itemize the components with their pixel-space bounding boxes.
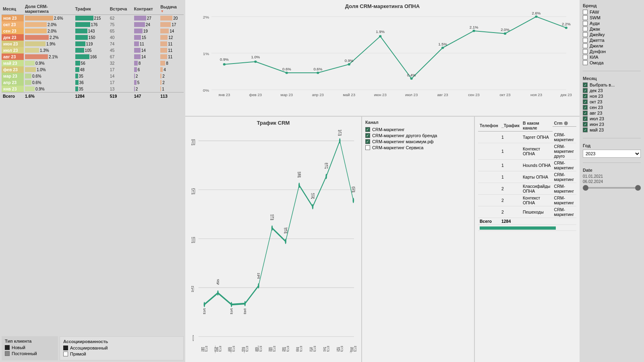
- channel-item[interactable]: ✓CRM-маркетинг: [365, 127, 471, 132]
- brand-item[interactable]: Джейку: [583, 32, 641, 37]
- crm-share-cell: 0.9%: [24, 86, 74, 93]
- brand-item[interactable]: Ауди: [583, 21, 641, 26]
- crm-share-title: Доля CRM-маркетинга ОПНА: [190, 3, 575, 9]
- month-checkbox[interactable]: ✓: [583, 94, 588, 99]
- month-cell: июл 23: [2, 47, 24, 53]
- svg-text:150: 150: [352, 185, 355, 194]
- svg-point-55: [244, 301, 246, 306]
- col-meeting: Встреча: [109, 3, 133, 15]
- brand-item[interactable]: FAW: [583, 10, 641, 14]
- client-new-item[interactable]: Новый: [5, 345, 55, 350]
- traffic-cell: 2: [500, 206, 521, 218]
- brand-item[interactable]: Джили: [583, 43, 641, 48]
- month-item[interactable]: ✓сен 23: [583, 105, 641, 110]
- brand-item[interactable]: Дунфэн: [583, 49, 641, 54]
- svg-text:0.4%: 0.4%: [407, 73, 416, 77]
- col-contract: Контракт: [133, 3, 159, 15]
- svg-text:1.9%: 1.9%: [376, 30, 385, 34]
- month-checkbox[interactable]: ✓: [583, 88, 588, 93]
- brand-checkbox[interactable]: [583, 21, 588, 26]
- month-checkbox[interactable]: ✓: [583, 116, 588, 121]
- channel-checkbox[interactable]: [365, 145, 370, 150]
- date-slider-right[interactable]: [635, 185, 641, 191]
- channel-item[interactable]: ✓CRM-маркетинг другого бренда: [365, 133, 471, 138]
- svg-text:мар 23: мар 23: [228, 345, 235, 354]
- traffic-cell: 35: [74, 73, 109, 79]
- vydacha-cell: 2: [159, 73, 184, 79]
- vydacha-cell: 8: [159, 60, 184, 66]
- phone-cell: [478, 132, 500, 143]
- date-start: 01.01.2021: [583, 174, 641, 179]
- channel-item[interactable]: ✓CRM-маркетинг максимум.рф: [365, 139, 471, 144]
- brand-label: Джак: [590, 27, 600, 31]
- channel-item[interactable]: CRM-маркетинг Сервиса: [365, 145, 471, 150]
- month-checkbox[interactable]: ✓: [583, 122, 588, 127]
- brand-checkbox[interactable]: [583, 27, 588, 31]
- month-item[interactable]: ✓авг 23: [583, 111, 641, 115]
- month-item[interactable]: ✓окт 23: [583, 99, 641, 104]
- date-section: Date 01.01.2021 06.02.2024: [583, 168, 641, 192]
- brand-checkbox[interactable]: [583, 15, 588, 20]
- channel-checkbox[interactable]: ✓: [365, 127, 370, 132]
- month-checkbox[interactable]: ✓: [583, 111, 588, 115]
- svg-point-56: [258, 283, 259, 288]
- direct-item[interactable]: Прямой: [63, 352, 180, 356]
- total-row: Всего 1.6% 1284 519 147 113: [2, 93, 184, 100]
- channel-checkbox[interactable]: ✓: [365, 139, 370, 144]
- channel-label: CRM-маркетинг: [372, 127, 404, 132]
- svg-text:янв 23: янв 23: [219, 93, 230, 97]
- brand-item[interactable]: Джак: [583, 27, 641, 31]
- brand-checkbox[interactable]: [583, 10, 588, 14]
- direct-icon: [63, 352, 68, 356]
- svg-text:мар 23: мар 23: [281, 93, 293, 97]
- phone-cell: [478, 194, 500, 206]
- brand-checkbox[interactable]: [583, 43, 588, 48]
- brand-checkbox[interactable]: [583, 38, 588, 43]
- month-item[interactable]: ✓Выбрать в...: [583, 82, 641, 87]
- month-checkbox[interactable]: ✓: [583, 128, 588, 132]
- phone-table-row: 2 Контекст ОПНА CRM-маркетинг: [478, 194, 576, 206]
- associated-item[interactable]: Ассоциированный: [63, 346, 180, 350]
- month-checkbox[interactable]: ✓: [583, 82, 588, 87]
- month-year-divider: [583, 138, 641, 138]
- svg-text:100: 100: [191, 235, 195, 245]
- brand-checkbox[interactable]: [583, 60, 588, 65]
- svg-text:авг 23: авг 23: [437, 93, 448, 97]
- svg-point-14: [472, 30, 475, 32]
- month-cell: июн 23: [2, 41, 24, 47]
- channel-checkbox[interactable]: ✓: [365, 133, 370, 138]
- brand-item[interactable]: SWM: [583, 15, 641, 20]
- svg-text:сен 23: сен 23: [309, 345, 316, 354]
- crm-share-cell: 0.6%: [24, 79, 74, 86]
- crm-cell: CRM-маркетинг: [553, 171, 576, 183]
- month-item[interactable]: ✓ноя 23: [583, 94, 641, 99]
- brand-item[interactable]: КИА: [583, 55, 641, 60]
- phone-total-row: Всего 1284: [478, 218, 576, 224]
- phone-cell: [478, 159, 500, 171]
- svg-text:окт 23: окт 23: [323, 345, 329, 354]
- phone-table-row: 1 Hounds ОПНА CRM-маркетинг: [478, 159, 576, 171]
- svg-text:июн 23: июн 23: [374, 93, 387, 97]
- month-item[interactable]: ✓июн 23: [583, 122, 641, 127]
- brand-checkbox[interactable]: [583, 49, 588, 54]
- date-slider-left[interactable]: [583, 185, 588, 191]
- year-select[interactable]: 2023: [583, 150, 641, 158]
- month-item[interactable]: ✓дек 23: [583, 88, 641, 93]
- client-regular-item[interactable]: Постоянный: [5, 351, 55, 356]
- vydacha-cell: 11: [159, 41, 184, 47]
- svg-text:35: 35: [230, 307, 233, 316]
- brand-checkbox[interactable]: [583, 32, 588, 37]
- month-item[interactable]: ✓май 23: [583, 128, 641, 132]
- brand-item[interactable]: Омода: [583, 60, 641, 65]
- brand-checkbox[interactable]: [583, 55, 588, 60]
- brand-item[interactable]: Джетта: [583, 38, 641, 43]
- meeting-cell: 65: [109, 28, 133, 34]
- month-item[interactable]: ✓июл 23: [583, 116, 641, 121]
- month-cell: сен 23: [2, 28, 24, 34]
- month-checkbox[interactable]: ✓: [583, 99, 588, 104]
- month-checkbox[interactable]: ✓: [583, 105, 588, 110]
- brand-label: Джили: [590, 43, 603, 48]
- col-vydacha: Выдача ▼: [159, 3, 184, 15]
- year-title: Год: [583, 143, 641, 148]
- svg-text:1.0%: 1.0%: [251, 55, 260, 59]
